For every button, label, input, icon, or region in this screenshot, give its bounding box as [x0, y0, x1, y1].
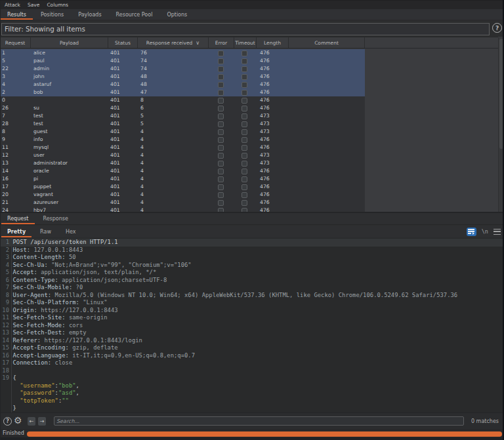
column-header-request[interactable]: Request: [0, 37, 31, 48]
filter-box[interactable]: Filter: Showing all items: [1, 23, 490, 35]
status-cell: 401: [110, 159, 120, 167]
search-help-icon[interactable]: ?: [3, 417, 12, 426]
timeout-checkbox[interactable]: [242, 137, 247, 143]
table-row[interactable]: 12user4014473: [0, 151, 365, 159]
timeout-checkbox[interactable]: [242, 66, 247, 72]
tab-response[interactable]: Response: [36, 213, 75, 224]
table-row[interactable]: 4astaruf40148476: [0, 81, 365, 89]
menu-columns[interactable]: Columns: [47, 2, 68, 8]
tab-request[interactable]: Request: [0, 213, 36, 224]
timeout-checkbox[interactable]: [242, 200, 247, 206]
payload-cell: admin: [33, 65, 49, 73]
next-match-button[interactable]: →: [38, 417, 46, 426]
table-row[interactable]: 22admin40174476: [0, 65, 365, 73]
tab-pretty[interactable]: Pretty: [0, 226, 33, 237]
column-header-length[interactable]: Length: [257, 37, 289, 48]
column-header-status[interactable]: Status: [108, 37, 138, 48]
timeout-checkbox[interactable]: [242, 90, 247, 96]
timeout-checkbox[interactable]: [242, 184, 247, 190]
error-checkbox[interactable]: [218, 66, 224, 72]
error-checkbox[interactable]: [218, 121, 224, 127]
error-checkbox[interactable]: [218, 113, 224, 119]
timeout-checkbox[interactable]: [242, 82, 247, 88]
timeout-checkbox[interactable]: [242, 129, 247, 135]
search-input[interactable]: Search...: [54, 416, 464, 426]
editor-menu-icon[interactable]: [494, 229, 501, 235]
error-checkbox[interactable]: [218, 58, 224, 64]
error-checkbox[interactable]: [218, 98, 224, 104]
menu-attack[interactable]: Attack: [5, 2, 20, 8]
table-row[interactable]: 20vagrant4014476: [0, 191, 365, 199]
column-header-timeout[interactable]: Timeout: [234, 37, 257, 48]
error-checkbox[interactable]: [218, 200, 224, 206]
error-checkbox[interactable]: [218, 106, 224, 111]
table-row[interactable]: 17puppet4014476: [0, 183, 365, 191]
error-checkbox[interactable]: [218, 50, 224, 56]
tab-options[interactable]: Options: [159, 9, 194, 20]
table-row[interactable]: 16pi4014476: [0, 175, 365, 183]
timeout-checkbox[interactable]: [242, 106, 247, 111]
timeout-checkbox[interactable]: [242, 169, 247, 174]
table-row[interactable]: 14oracle4014476: [0, 167, 365, 175]
timeout-checkbox[interactable]: [242, 74, 247, 80]
timeout-checkbox[interactable]: [242, 50, 247, 56]
status-cell: 401: [110, 49, 120, 57]
column-header-payload[interactable]: Payload: [31, 37, 108, 48]
previous-match-button[interactable]: ←: [28, 417, 35, 426]
column-header-error[interactable]: Error: [209, 37, 234, 48]
error-checkbox[interactable]: [218, 184, 224, 190]
line-number: 13: [0, 329, 9, 337]
timeout-checkbox[interactable]: [242, 192, 247, 198]
tab-resource-pool[interactable]: Resource Pool: [109, 9, 160, 20]
error-checkbox[interactable]: [218, 176, 224, 182]
column-header-response-received[interactable]: Response received∨: [138, 37, 209, 48]
error-checkbox[interactable]: [218, 74, 224, 80]
error-checkbox[interactable]: [218, 161, 224, 167]
token-name: Accept-Encoding:: [13, 344, 69, 351]
timeout-checkbox[interactable]: [242, 176, 247, 182]
table-row[interactable]: 9info4014476: [0, 136, 365, 144]
table-row[interactable]: 21azureuser4014476: [0, 199, 365, 207]
request-editor[interactable]: 1POST /api/users/token HTTP/1.12Host: 12…: [0, 238, 504, 412]
error-checkbox[interactable]: [218, 137, 224, 143]
menu-save[interactable]: Save: [28, 2, 39, 8]
table-row[interactable]: 3john40148476: [0, 73, 365, 81]
tab-positions[interactable]: Positions: [33, 9, 71, 20]
timeout-checkbox[interactable]: [242, 121, 247, 127]
filter-help-icon[interactable]: ?: [492, 23, 502, 33]
search-settings-icon[interactable]: ⚙: [14, 415, 22, 426]
tab-results[interactable]: Results: [0, 9, 33, 20]
error-checkbox[interactable]: [218, 153, 224, 159]
error-checkbox[interactable]: [218, 90, 224, 96]
timeout-checkbox[interactable]: [242, 161, 247, 167]
tab-hex[interactable]: Hex: [58, 226, 83, 237]
timeout-checkbox[interactable]: [242, 113, 247, 119]
table-row[interactable]: 2bob40147476: [0, 89, 365, 96]
table-row[interactable]: 26su4016476: [0, 104, 365, 112]
error-checkbox[interactable]: [218, 145, 224, 151]
show-newlines-icon[interactable]: \n: [482, 228, 488, 235]
error-checkbox[interactable]: [218, 82, 224, 88]
timeout-checkbox[interactable]: [242, 153, 247, 159]
table-row[interactable]: 04018476: [0, 96, 365, 104]
table-row[interactable]: 11mysql4014476: [0, 144, 365, 151]
response-received-cell: 48: [140, 73, 147, 81]
table-row[interactable]: 28test4015473: [0, 120, 365, 128]
table-row[interactable]: 13administrator4014473: [0, 159, 365, 167]
column-header-comment[interactable]: Comment: [289, 37, 365, 48]
timeout-checkbox[interactable]: [242, 145, 247, 151]
table-row[interactable]: 1alice40176476: [0, 49, 365, 57]
vertical-scrollbar[interactable]: [498, 37, 503, 212]
table-row[interactable]: 5paul40174476: [0, 57, 365, 65]
tab-raw[interactable]: Raw: [33, 226, 58, 237]
word-wrap-icon[interactable]: [467, 228, 476, 236]
error-checkbox[interactable]: [218, 129, 224, 135]
timeout-checkbox[interactable]: [242, 98, 247, 104]
tab-payloads[interactable]: Payloads: [71, 9, 108, 20]
table-row[interactable]: 7test4015473: [0, 112, 365, 120]
timeout-checkbox[interactable]: [242, 58, 247, 64]
error-checkbox[interactable]: [218, 192, 224, 198]
table-row[interactable]: 24hbv74014476: [0, 207, 365, 212]
table-row[interactable]: 8guest4014473: [0, 128, 365, 136]
error-checkbox[interactable]: [218, 169, 224, 174]
